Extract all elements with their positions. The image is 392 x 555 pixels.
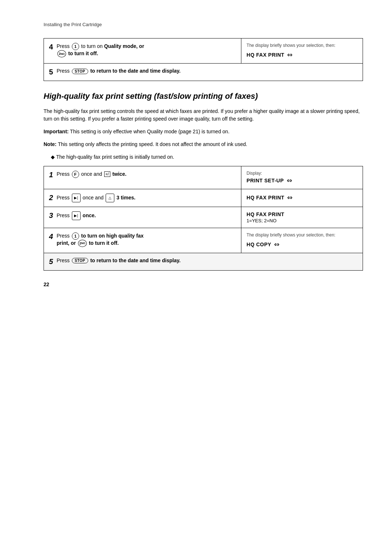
step4-text1: Press bbox=[57, 43, 71, 49]
step2-display-val: HQ FAX PRINT bbox=[246, 195, 284, 200]
top-step5-left: 5 Press STOP to return to the date and t… bbox=[44, 64, 363, 81]
bottom-step2-left: 2 Press ▶| once and △ 3 times. bbox=[44, 189, 241, 207]
step2-number: 2 bbox=[49, 194, 53, 202]
bottom-steps-block: 1 Press F once and ≡/ twice. Display: PR… bbox=[44, 166, 363, 271]
step5-number: 5 bbox=[49, 68, 53, 76]
bottom-step1-left: 1 Press F once and ≡/ twice. bbox=[44, 166, 241, 189]
bottom-step2-right: HQ FAX PRINT ⇔ bbox=[241, 189, 363, 207]
step5-text2: to return to the date and time display. bbox=[90, 68, 181, 74]
double-arrow-icon: ⇔ bbox=[287, 51, 293, 59]
bottom-step2-row: 2 Press ▶| once and △ 3 times. HQ FAX PR… bbox=[44, 189, 363, 207]
step1-number: 1 bbox=[49, 171, 53, 179]
btn-1-circle: 1 bbox=[72, 43, 79, 50]
step4-text3: to turn it off. bbox=[68, 50, 98, 56]
btn-2no-b-circle: 2NO bbox=[78, 240, 87, 247]
step1-display-label: Display: bbox=[246, 171, 358, 176]
page-header: Installing the Print Cartridge bbox=[44, 22, 363, 27]
bullet-item: The high-quality fax print setting is in… bbox=[51, 153, 363, 161]
bottom-step3-row: 3 Press ▶| once. HQ FAX PRINT 1=YES; 2=N… bbox=[44, 207, 363, 228]
bottom-step1-row: 1 Press F once and ≡/ twice. Display: PR… bbox=[44, 166, 363, 189]
body-para-1: The high-quality fax print setting contr… bbox=[44, 108, 363, 123]
btn-f-circle: F bbox=[72, 171, 79, 178]
step1-display-val: PRINT SET-UP bbox=[246, 178, 283, 183]
bottom-step1-right: Display: PRINT SET-UP ⇔ bbox=[241, 166, 363, 189]
header-text: Installing the Print Cartridge bbox=[44, 22, 102, 27]
top-step4-left: 4 Press 1 to turn on Quality mode, or 2N… bbox=[44, 39, 241, 63]
step2-arrow-icon: ⇔ bbox=[287, 194, 293, 202]
step4-content: Press 1 to turn on Quality mode, or 2NO … bbox=[57, 43, 144, 57]
btn-2no-circle: 2NO bbox=[57, 50, 66, 57]
nav-icon-3: ▶| bbox=[72, 211, 81, 220]
step4b-content: Press 1 to turn on high quality fax prin… bbox=[57, 232, 143, 247]
btn-stop-b-rounded: STOP bbox=[72, 258, 88, 263]
bottom-step4-left: 4 Press 1 to turn on high quality fax pr… bbox=[44, 228, 241, 253]
top-steps-block: 4 Press 1 to turn on Quality mode, or 2N… bbox=[44, 38, 363, 81]
step5b-number: 5 bbox=[49, 258, 53, 266]
btn-stop-rounded: STOP bbox=[72, 69, 88, 74]
step2-content: Press ▶| once and △ 3 times. bbox=[57, 194, 135, 202]
step3-content: Press ▶| once. bbox=[57, 211, 96, 220]
step5-content: Press STOP to return to the date and tim… bbox=[57, 68, 180, 74]
step-number: 4 bbox=[49, 43, 53, 51]
nav-icon-2: △ bbox=[106, 194, 114, 202]
bottom-step3-left: 3 Press ▶| once. bbox=[44, 207, 241, 228]
step1-arrow-icon: ⇔ bbox=[287, 177, 292, 185]
step3-display-val: HQ FAX PRINT bbox=[246, 211, 358, 217]
step5-text1: Press bbox=[57, 68, 71, 74]
section-heading: High-quality fax print setting (fast/slo… bbox=[44, 91, 363, 102]
display-caption: The display briefly shows your selection… bbox=[246, 43, 358, 48]
display-value: HQ FAX PRINT bbox=[246, 52, 284, 58]
top-step4-row: 4 Press 1 to turn on Quality mode, or 2N… bbox=[44, 39, 363, 63]
bottom-step3-right: HQ FAX PRINT 1=YES; 2=NO bbox=[241, 207, 363, 228]
menu-icon: ≡/ bbox=[104, 171, 110, 177]
top-step4-right: The display briefly shows your selection… bbox=[241, 39, 363, 63]
step4-text2: to turn on Quality mode, or bbox=[81, 43, 144, 49]
body-para-3: Note: This setting only affects the prin… bbox=[44, 141, 363, 148]
top-step5-row: 5 Press STOP to return to the date and t… bbox=[44, 63, 363, 81]
page-number: 22 bbox=[44, 281, 363, 287]
step4b-number: 4 bbox=[49, 232, 53, 240]
body-para-2: Important: This setting is only effectiv… bbox=[44, 128, 363, 135]
step4b-display-caption: The display briefly shows your selection… bbox=[246, 232, 358, 238]
bottom-step5-row: 5 Press STOP to return to the date and t… bbox=[44, 253, 363, 270]
nav-icon-1: ▶| bbox=[72, 194, 81, 202]
step3-display-val2: 1=YES; 2=NO bbox=[246, 218, 358, 223]
step4b-display-val: HQ COPY bbox=[246, 242, 271, 247]
step5b-content: Press STOP to return to the date and tim… bbox=[57, 258, 180, 264]
btn-1b-circle: 1 bbox=[72, 232, 79, 240]
bottom-step5-left: 5 Press STOP to return to the date and t… bbox=[44, 253, 363, 270]
step4b-arrow-icon: ⇔ bbox=[274, 240, 279, 248]
step1-content: Press F once and ≡/ twice. bbox=[57, 171, 127, 178]
bottom-step4-row: 4 Press 1 to turn on high quality fax pr… bbox=[44, 228, 363, 253]
bottom-step4-right: The display briefly shows your selection… bbox=[241, 228, 363, 253]
step3-number: 3 bbox=[49, 211, 53, 219]
